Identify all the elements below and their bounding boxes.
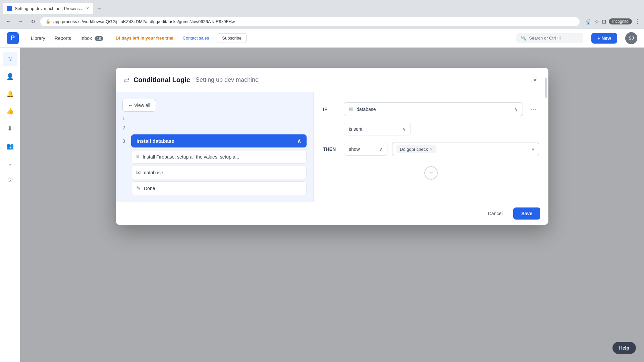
sidebar-item-4[interactable]: ⬇ — [3, 121, 17, 136]
sidebar-item-1[interactable]: 👤 — [3, 69, 17, 84]
tab-favicon — [7, 6, 12, 11]
tag-remove-btn[interactable]: × — [430, 146, 433, 152]
step-chevron-icon: ∧ — [297, 138, 301, 144]
cancel-btn[interactable]: Cancel — [481, 207, 509, 220]
step-number-2: 2 — [122, 125, 128, 130]
modal-overlay: ⇄ Conditional Logic Setting up dev machi… — [20, 48, 644, 362]
nav-inbox[interactable]: Inbox 18 — [76, 34, 107, 43]
step-item-text-2: Done — [144, 186, 155, 191]
tag-dropdown[interactable]: Do gdpr check × ∨ — [392, 142, 539, 156]
browser-actions: 📡 ☆ ⊡ Incognito ⋮ — [585, 18, 640, 25]
then-label: THEN — [323, 146, 339, 152]
browser-tab[interactable]: Setting up dev machine | Process... × — [3, 3, 93, 14]
modal-close-btn[interactable]: × — [530, 74, 540, 85]
more-btn[interactable]: ⋮ — [635, 18, 640, 25]
sidebar: ≋ 👤 🔔 👍 ⬇ 👥 ⌄ ☑ — [0, 48, 20, 362]
bookmark-icon[interactable]: ☆ — [594, 18, 599, 25]
dropdown-email-icon: ✉ — [349, 106, 353, 112]
url-bar[interactable]: 🔒 app.process.st/workflows/uQGGj-_oKZ43z… — [40, 17, 580, 26]
tag-text: Do gdpr check — [400, 147, 428, 152]
sidebar-item-3[interactable]: 👍 — [3, 104, 17, 119]
view-all-btn[interactable]: ← View all — [122, 99, 156, 112]
condition-more-btn[interactable]: ⋯ — [528, 104, 539, 114]
nav-reports[interactable]: Reports — [51, 34, 75, 43]
conditional-logic-icon: ⇄ — [124, 76, 129, 84]
save-btn[interactable]: Save — [513, 207, 540, 220]
cast-icon[interactable]: 📡 — [585, 18, 592, 25]
if-label: IF — [323, 107, 339, 112]
modal: ⇄ Conditional Logic Setting up dev machi… — [116, 68, 548, 225]
search-placeholder: Search or Ctrl+K — [529, 36, 561, 41]
sidebar-icon-4: ⬇ — [7, 125, 12, 132]
subscribe-btn[interactable]: Subscribe — [217, 33, 247, 43]
tab-close-btn[interactable]: × — [86, 5, 89, 11]
app-header: P Library Reports Inbox 18 14 days left … — [0, 29, 644, 48]
condition-field-text: database — [357, 107, 376, 112]
back-btn[interactable]: ← — [4, 17, 13, 26]
incognito-badge: Incognito — [609, 18, 632, 24]
url-text: app.process.st/workflows/uQGGj-_oKZ43zDM… — [53, 19, 235, 24]
nav-library[interactable]: Library — [27, 34, 49, 43]
condition-field-dropdown[interactable]: ✉ database ∨ — [344, 102, 523, 116]
sidebar-icon-6: ⌄ — [7, 160, 12, 167]
step-items: ≡ Install Firebase, setup all the values… — [131, 150, 307, 195]
user-avatar[interactable]: SJ — [625, 32, 637, 44]
tab-title: Setting up dev machine | Process... — [15, 6, 83, 11]
scrollbar[interactable] — [545, 68, 547, 225]
main-content: ≋ 👤 🔔 👍 ⬇ 👥 ⌄ ☑ — [0, 48, 644, 362]
new-button[interactable]: + New — [591, 33, 617, 44]
search-bar[interactable]: 🔍 Search or Ctrl+K — [516, 33, 583, 43]
scrollbar-thumb — [545, 78, 547, 98]
forward-btn[interactable]: → — [16, 17, 25, 26]
contact-sales-link[interactable]: Contact sales — [183, 36, 209, 41]
if-row: IF ✉ database ∨ ⋯ — [323, 102, 539, 116]
modal-footer: Cancel Save — [116, 202, 548, 225]
sidebar-item-5[interactable]: 👥 — [3, 139, 17, 154]
add-condition-btn[interactable]: + — [424, 166, 438, 180]
logo-letter: P — [11, 35, 15, 42]
modal-body: ← View all 1 2 — [116, 92, 548, 202]
lock-icon: 🔒 — [46, 19, 51, 24]
sidebar-icon-3: 👍 — [6, 108, 14, 115]
search-icon: 🔍 — [521, 36, 526, 41]
step-section: 1 2 3 Install database — [122, 116, 307, 195]
step-item-text-0: Install Firebase, setup all the values, … — [143, 154, 239, 160]
sidebar-item-2[interactable]: 🔔 — [3, 86, 17, 101]
page-behind: ⇄ Conditional Logic Setting up dev machi… — [20, 48, 644, 362]
sidebar-item-6[interactable]: ⌄ — [3, 156, 17, 171]
is-sent-dropdown[interactable]: is sent ∨ — [344, 123, 411, 135]
window-icon[interactable]: ⊡ — [602, 18, 606, 25]
modal-left-panel: ← View all 1 2 — [116, 92, 314, 202]
modal-header: ⇄ Conditional Logic Setting up dev machi… — [116, 68, 548, 92]
tag-item: Do gdpr check × — [396, 145, 436, 153]
sidebar-icon-5: 👥 — [6, 142, 14, 150]
app-container: P Library Reports Inbox 18 14 days left … — [0, 29, 644, 362]
sidebar-item-0[interactable]: ≋ — [3, 52, 17, 66]
step-item-2[interactable]: ✎ Done — [131, 181, 307, 195]
step-item-0[interactable]: ≡ Install Firebase, setup all the values… — [131, 150, 307, 164]
modal-subtitle: Setting up dev machine — [196, 76, 259, 83]
step-title-bar[interactable]: Install database ∧ — [131, 134, 307, 147]
list-icon: ≡ — [136, 154, 139, 160]
sidebar-icon-1: 👤 — [6, 73, 14, 80]
step-item-text-1: database — [144, 170, 163, 175]
step-header: 3 Install database ∧ — [122, 134, 307, 147]
new-tab-btn[interactable]: + — [95, 4, 104, 13]
help-btn[interactable]: Help — [612, 342, 636, 354]
step-number-active: 3 — [122, 138, 128, 144]
show-chevron: ∨ — [379, 146, 382, 152]
sidebar-item-7[interactable]: ☑ — [3, 174, 17, 188]
is-sent-text: is sent — [349, 126, 362, 132]
step-item-1[interactable]: ✉ database — [131, 166, 307, 179]
address-bar: ← → ↻ 🔒 app.process.st/workflows/uQGGj-_… — [0, 14, 644, 29]
show-dropdown[interactable]: show ∨ — [344, 143, 387, 156]
sidebar-icon-0: ≋ — [7, 55, 12, 63]
modal-right-panel: IF ✉ database ∨ ⋯ — [314, 92, 548, 202]
refresh-btn[interactable]: ↻ — [28, 17, 38, 26]
edit-icon: ✎ — [136, 185, 141, 191]
email-icon-item: ✉ — [136, 169, 141, 176]
sidebar-icon-2: 🔔 — [6, 90, 14, 98]
trial-banner: 14 days left in your free trial. — [115, 36, 174, 41]
is-sent-chevron: ∨ — [402, 126, 406, 132]
inbox-badge: 18 — [95, 36, 103, 41]
